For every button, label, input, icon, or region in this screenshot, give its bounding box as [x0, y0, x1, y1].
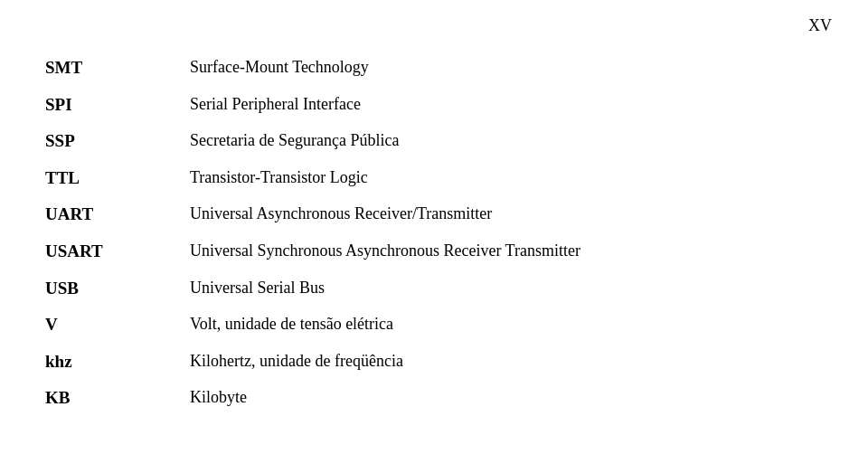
acronym-term: khz [45, 344, 190, 381]
acronym-term: SPI [45, 87, 190, 124]
acronym-definition: Universal Serial Bus [190, 270, 823, 307]
acronym-definition: Serial Peripheral Interface [190, 87, 823, 124]
acronym-term: SSP [45, 123, 190, 160]
acronym-definition: Volt, unidade de tensão elétrica [190, 307, 823, 344]
acronym-definition: Kilohertz, unidade de freqüência [190, 344, 823, 381]
table-row: SSPSecretaria de Segurança Pública [45, 123, 823, 160]
table-row: TTLTransistor-Transistor Logic [45, 160, 823, 197]
table-row: USBUniversal Serial Bus [45, 270, 823, 307]
acronym-term: TTL [45, 160, 190, 197]
acronym-term: USART [45, 233, 190, 270]
main-content: SMTSurface-Mount TechnologySPISerial Per… [0, 0, 868, 453]
table-row: SPISerial Peripheral Interface [45, 87, 823, 124]
acronym-definition: Kilobyte [190, 380, 823, 417]
acronym-term: KB [45, 380, 190, 417]
acronym-term: SMT [45, 50, 190, 87]
acronym-term: V [45, 307, 190, 344]
table-row: khzKilohertz, unidade de freqüência [45, 344, 823, 381]
acronym-table: SMTSurface-Mount TechnologySPISerial Per… [45, 50, 823, 417]
acronym-definition: Transistor-Transistor Logic [190, 160, 823, 197]
table-row: VVolt, unidade de tensão elétrica [45, 307, 823, 344]
acronym-definition: Universal Asynchronous Receiver/Transmit… [190, 196, 823, 233]
table-row: USARTUniversal Synchronous Asynchronous … [45, 233, 823, 270]
acronym-term: USB [45, 270, 190, 307]
acronym-definition: Secretaria de Segurança Pública [190, 123, 823, 160]
table-row: SMTSurface-Mount Technology [45, 50, 823, 87]
acronym-definition: Universal Synchronous Asynchronous Recei… [190, 233, 823, 270]
table-row: UARTUniversal Asynchronous Receiver/Tran… [45, 196, 823, 233]
page-number: XV [808, 16, 832, 35]
acronym-term: UART [45, 196, 190, 233]
acronym-definition: Surface-Mount Technology [190, 50, 823, 87]
table-row: KBKilobyte [45, 380, 823, 417]
